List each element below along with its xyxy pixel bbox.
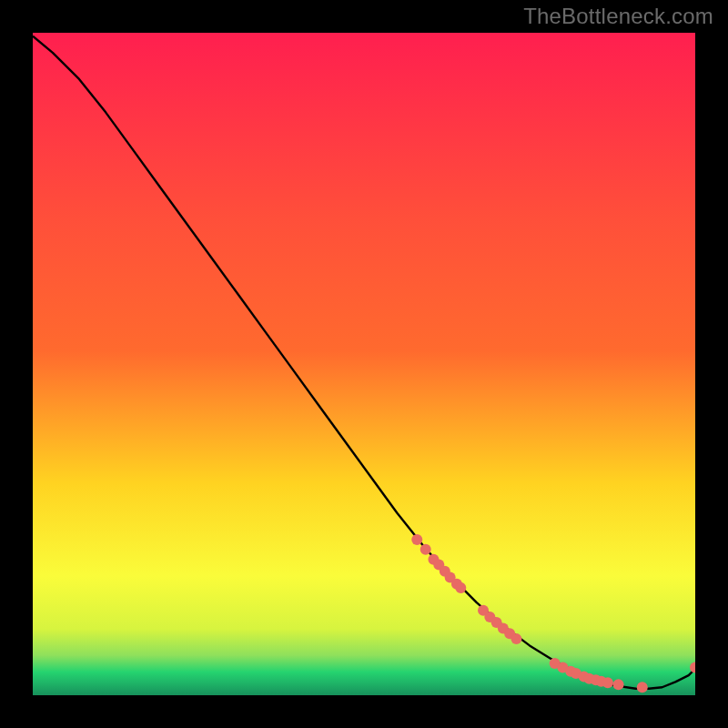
data-marker [455, 582, 466, 593]
data-marker [613, 679, 624, 690]
chart-canvas [33, 33, 695, 695]
watermark-text: TheBottleneck.com [523, 4, 713, 29]
data-marker [637, 682, 648, 693]
bottleneck-heatmap-plot [33, 33, 695, 695]
data-marker [411, 534, 422, 545]
data-marker [420, 544, 431, 555]
data-marker [511, 633, 521, 644]
gradient-background [33, 33, 695, 695]
data-marker [602, 677, 613, 688]
